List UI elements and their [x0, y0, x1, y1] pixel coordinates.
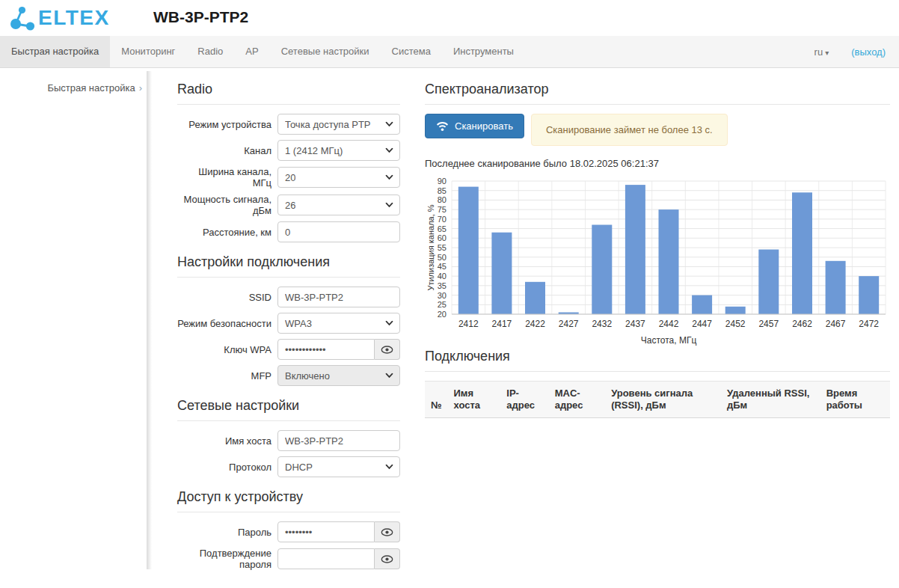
device-mode-select[interactable]: Точка доступа PTP	[277, 114, 400, 135]
toggle-wpa-key-visibility-button[interactable]	[375, 339, 400, 360]
security-mode-row: Режим безопасностиWPA3	[177, 313, 400, 334]
chevron-down-icon	[385, 465, 393, 470]
section-title: Доступ к устройству	[177, 489, 400, 512]
form-section: Доступ к устройствуПарольПодтверждение п…	[177, 489, 400, 570]
breadcrumb-label: Быстрая настройка	[47, 82, 135, 94]
spectrum-title: Спектроанализатор	[425, 82, 890, 105]
main-navbar: Быстрая настройкаМониторингRadioAPСетевы…	[0, 36, 899, 68]
connections-column-header: Удаленный RSSI, дБм	[721, 382, 820, 418]
language-selector[interactable]: ru▾	[814, 46, 829, 58]
hostname-input[interactable]	[277, 430, 400, 451]
channel-width-value: 20	[285, 172, 295, 183]
password-input[interactable]	[277, 521, 375, 542]
eltex-logo-icon	[9, 4, 36, 31]
svg-text:30: 30	[438, 291, 447, 300]
svg-text:55: 55	[438, 243, 447, 252]
tab-radio[interactable]: Radio	[186, 36, 234, 67]
device-mode-label: Режим устройства	[177, 119, 271, 130]
svg-text:65: 65	[438, 224, 447, 233]
tab-monitoring[interactable]: Мониторинг	[110, 36, 186, 67]
channel-width-row: Ширина канала, МГц20	[177, 166, 400, 189]
svg-text:20: 20	[438, 310, 447, 319]
svg-text:2417: 2417	[492, 319, 512, 329]
channel-value: 1 (2412 МГц)	[285, 145, 343, 156]
connections-column-header: MAC-адрес	[549, 382, 605, 418]
device-mode-value: Точка доступа PTP	[285, 119, 371, 130]
svg-text:2437: 2437	[625, 319, 645, 329]
ssid-input[interactable]	[277, 287, 400, 307]
protocol-row: ПротоколDHCP	[177, 456, 400, 477]
connections-column-header: Время работы	[820, 382, 890, 418]
password-confirm-input[interactable]	[277, 548, 375, 569]
mfp-value: Включено	[285, 370, 330, 382]
tab-tools[interactable]: Инструменты	[442, 36, 525, 67]
chevron-down-icon	[385, 175, 393, 180]
svg-text:2447: 2447	[692, 319, 712, 329]
connections-title: Подключения	[425, 349, 890, 372]
chevron-down-icon	[385, 321, 393, 326]
password-row: Пароль	[177, 521, 400, 542]
chevron-down-icon	[385, 148, 393, 153]
logo-text: ELTEX	[38, 5, 110, 31]
protocol-value: DHCP	[285, 462, 313, 473]
ssid-label: SSID	[177, 292, 271, 303]
security-mode-label: Режим безопасности	[177, 318, 271, 329]
hostname-row: Имя хоста	[177, 430, 400, 451]
channel-select[interactable]: 1 (2412 МГц)	[277, 140, 400, 161]
svg-text:2427: 2427	[559, 319, 579, 329]
svg-text:40: 40	[438, 272, 447, 281]
tx-power-value: 26	[285, 200, 295, 211]
toggle-password-confirm-visibility-button[interactable]	[375, 548, 400, 569]
protocol-label: Протокол	[177, 462, 271, 473]
security-mode-select[interactable]: WPA3	[277, 313, 400, 334]
wpa-key-input[interactable]	[277, 339, 375, 360]
nav-tabs: Быстрая настройкаМониторингRadioAPСетевы…	[0, 36, 525, 67]
tab-network-settings[interactable]: Сетевые настройки	[270, 36, 381, 67]
distance-input[interactable]	[277, 221, 400, 242]
security-mode-value: WPA3	[285, 318, 312, 329]
scan-row: Сканировать Сканирование займет не более…	[425, 114, 890, 146]
password-confirm-label: Подтверждение пароля	[177, 548, 271, 570]
mfp-select[interactable]: Включено	[277, 365, 400, 386]
tab-ap[interactable]: AP	[234, 36, 269, 67]
distance-row: Расстояние, км	[177, 221, 400, 242]
distance-label: Расстояние, км	[177, 227, 271, 238]
section-title: Сетевые настройки	[177, 398, 400, 421]
logout-link[interactable]: (выход)	[851, 46, 886, 58]
spectrum-chart: 2025303540455055606570758085902412241724…	[425, 174, 890, 349]
svg-text:85: 85	[438, 186, 447, 195]
tx-power-select[interactable]: 26	[277, 195, 400, 215]
tx-power-label: Мощность сигнала, дБм	[177, 194, 271, 216]
toggle-password-visibility-button[interactable]	[375, 521, 400, 542]
scan-button[interactable]: Сканировать	[425, 114, 524, 138]
svg-text:2442: 2442	[659, 319, 679, 329]
svg-text:2457: 2457	[758, 319, 779, 329]
hostname-label: Имя хоста	[177, 435, 271, 447]
connections-column-header: Уровень сигнала (RSSI), дБм	[605, 382, 721, 418]
app-header: ELTEX WB-3P-PTP2	[0, 0, 899, 36]
svg-text:90: 90	[438, 177, 447, 186]
eye-icon	[381, 555, 393, 563]
sidebar-item-quick-setup[interactable]: Быстрая настройка›	[0, 82, 142, 94]
svg-text:80: 80	[438, 195, 447, 204]
svg-text:75: 75	[438, 205, 447, 214]
eltex-logo[interactable]: ELTEX	[9, 4, 110, 31]
form-section: RadioРежим устройстваТочка доступа PTPКа…	[177, 82, 400, 242]
channel-width-select[interactable]: 20	[277, 167, 400, 188]
svg-text:70: 70	[438, 215, 447, 224]
form-section: Сетевые настройкиИмя хостаПротоколDHCP	[177, 398, 400, 477]
mfp-label: MFP	[177, 370, 271, 382]
svg-text:2412: 2412	[458, 319, 479, 329]
channel-label: Канал	[177, 145, 271, 156]
section-title: Radio	[177, 82, 400, 105]
svg-text:45: 45	[438, 262, 447, 271]
protocol-select[interactable]: DHCP	[277, 456, 400, 477]
chevron-down-icon	[385, 122, 393, 127]
tab-system[interactable]: Система	[381, 36, 442, 67]
channel-width-label: Ширина канала, МГц	[177, 166, 271, 189]
svg-text:25: 25	[438, 300, 447, 309]
wpa-key-label: Ключ WPA	[177, 344, 271, 355]
ssid-row: SSID	[177, 287, 400, 307]
tab-quick-setup[interactable]: Быстрая настройка	[0, 36, 110, 67]
wifi-icon	[436, 121, 449, 132]
